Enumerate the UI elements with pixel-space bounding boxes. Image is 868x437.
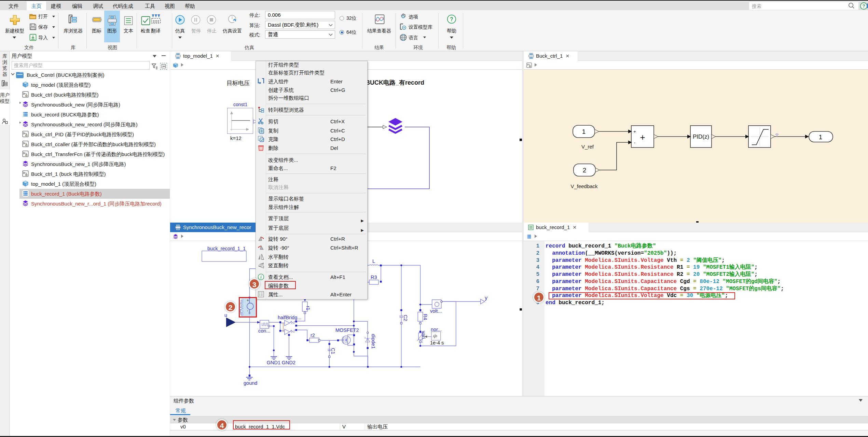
svg-text:C2: C2 — [403, 315, 408, 321]
svg-text:L: L — [372, 258, 375, 264]
svg-text:r1: r1 — [305, 306, 311, 310]
svg-text:volt...: volt... — [430, 308, 442, 314]
svg-text:?: ? — [862, 3, 865, 9]
svg-text:PID(z): PID(z) — [693, 133, 709, 140]
svg-text:2: 2 — [583, 167, 587, 174]
svg-text:+: + — [640, 132, 645, 142]
svg-text:R3: R3 — [371, 274, 377, 280]
svg-text:-: - — [634, 140, 635, 145]
svg-text:V_ref: V_ref — [581, 144, 594, 150]
svg-text:halfBridg...: halfBridg... — [278, 315, 301, 320]
svg-text:r2: r2 — [311, 333, 315, 338]
svg-text:1: 1 — [582, 128, 586, 135]
svg-text:1e-4 s: 1e-4 s — [430, 340, 444, 346]
svg-text:MOSFET2: MOSFET2 — [335, 327, 359, 333]
svg-text:1: 1 — [819, 133, 823, 141]
svg-text:diode1: diode1 — [371, 334, 376, 349]
svg-text:?: ? — [450, 16, 453, 22]
svg-text:GND2: GND2 — [282, 360, 295, 365]
svg-text:u: u — [224, 312, 227, 318]
svg-text:gound: gound — [244, 380, 257, 386]
svg-text:y: y — [485, 295, 487, 301]
svg-text:V_feedback: V_feedback — [570, 183, 598, 189]
svg-text:R4: R4 — [423, 314, 428, 320]
svg-text:buck_record_1_1: buck_record_1_1 — [207, 246, 246, 251]
svg-text:GND1: GND1 — [267, 360, 280, 365]
svg-text:C1: C1 — [330, 348, 336, 354]
svg-text:nor...: nor... — [431, 327, 442, 332]
svg-text:+: + — [633, 129, 636, 134]
svg-text:con...: con... — [258, 328, 270, 334]
